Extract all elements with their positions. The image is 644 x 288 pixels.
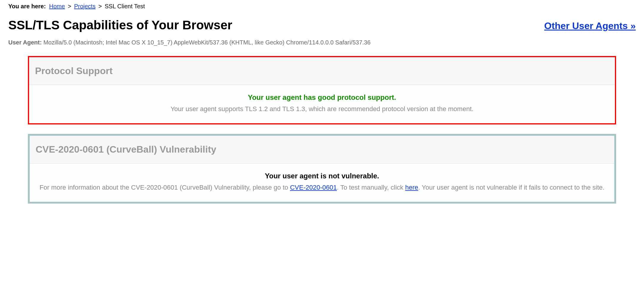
user-agent-value: Mozilla/5.0 (Macintosh; Intel Mac OS X 1… (43, 39, 370, 46)
user-agent-line: User Agent: Mozilla/5.0 (Macintosh; Inte… (8, 38, 636, 47)
other-user-agents-link[interactable]: Other User Agents » (544, 20, 636, 31)
cve-desc: For more information about the CVE-2020-… (36, 183, 608, 192)
protocol-panel-body: Your user agent has good protocol suppor… (29, 85, 615, 123)
protocol-desc: Your user agent supports TLS 1.2 and TLS… (35, 104, 609, 114)
cve-status: Your user agent is not vulnerable. (36, 172, 608, 180)
breadcrumb-sep-2: > (98, 3, 102, 9)
protocol-support-panel: Protocol Support Your user agent has goo… (28, 56, 616, 124)
page-title: SSL/TLS Capabilities of Your Browser (8, 18, 232, 32)
cve-panel-header: CVE-2020-0601 (CurveBall) Vulnerability (30, 136, 614, 164)
cve-link[interactable]: CVE-2020-0601 (290, 184, 337, 191)
breadcrumb-home-link[interactable]: Home (49, 3, 65, 9)
protocol-status: Your user agent has good protocol suppor… (35, 93, 609, 102)
user-agent-label: User Agent: (8, 39, 42, 46)
cve-desc-post: . Your user agent is not vulnerable if i… (418, 184, 604, 191)
cve-desc-pre: For more information about the CVE-2020-… (39, 184, 290, 191)
breadcrumb-label: You are here: (8, 3, 46, 9)
breadcrumb-projects-link[interactable]: Projects (74, 3, 96, 9)
cve-panel: CVE-2020-0601 (CurveBall) Vulnerability … (28, 134, 616, 204)
header-row: SSL/TLS Capabilities of Your Browser Oth… (8, 18, 636, 32)
cve-desc-mid: . To test manually, click (337, 184, 405, 191)
panels-container: Protocol Support Your user agent has goo… (8, 56, 636, 204)
breadcrumb-current: SSL Client Test (105, 3, 145, 9)
protocol-panel-header: Protocol Support (29, 57, 615, 85)
breadcrumb-sep-1: > (68, 3, 71, 9)
cve-panel-title: CVE-2020-0601 (CurveBall) Vulnerability (36, 144, 608, 155)
protocol-panel-title: Protocol Support (35, 65, 609, 76)
cve-panel-body: Your user agent is not vulnerable. For m… (30, 164, 614, 202)
breadcrumb: You are here: Home > Projects > SSL Clie… (8, 3, 636, 10)
cve-test-here-link[interactable]: here (405, 184, 418, 191)
